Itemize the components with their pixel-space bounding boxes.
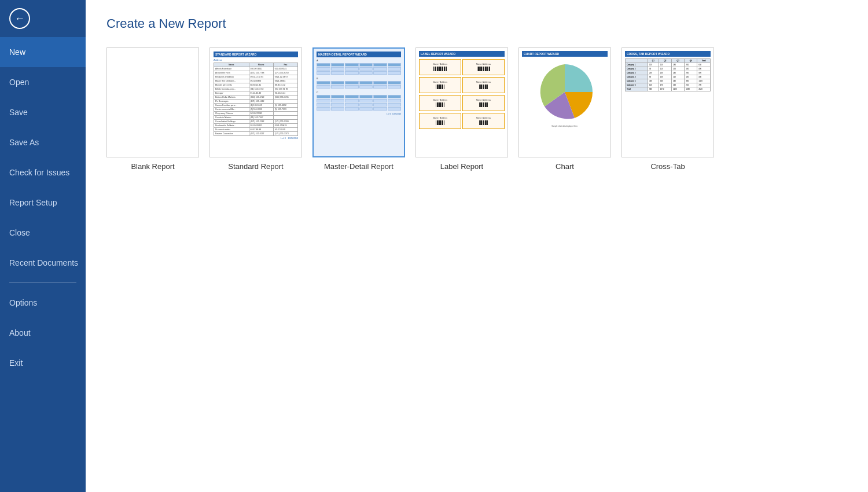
crosstab-title: CROSS, TAB REPORT WIZARD <box>625 51 711 57</box>
template-label-cross-tab: Cross-Tab <box>650 162 685 171</box>
template-master-detail[interactable]: MASTER-DETAIL REPORT WIZARD A B C <box>312 47 405 171</box>
sidebar-item-check-for-issues[interactable]: Check for Issues <box>0 157 86 188</box>
sidebar-divider <box>9 282 76 283</box>
template-thumb-master-detail[interactable]: MASTER-DETAIL REPORT WIZARD A B C <box>312 47 405 157</box>
std-report-title: STANDARD REPORT WIZARD <box>214 52 298 57</box>
template-label[interactable]: LABEL REPORT WIZARD Name / Address Name … <box>415 47 508 171</box>
sidebar-item-exit[interactable]: Exit <box>0 348 86 378</box>
template-label-blank: Blank Report <box>131 162 174 171</box>
templates-grid: Blank Report STANDARD REPORT WIZARD Addr… <box>106 47 847 171</box>
template-thumb-standard[interactable]: STANDARD REPORT WIZARD Address NamePhone… <box>209 47 302 157</box>
sidebar-item-close[interactable]: Close <box>0 218 86 248</box>
template-label-label: Label Report <box>440 162 483 171</box>
template-blank[interactable]: Blank Report <box>106 47 199 171</box>
sidebar-item-save-as[interactable]: Save As <box>0 127 86 157</box>
std-table: NamePhoneFax Alfreds Futterkiste030-0074… <box>214 63 298 136</box>
std-report-subtitle: Address <box>214 58 298 61</box>
template-cross-tab[interactable]: CROSS, TAB REPORT WIZARD Q1Q2Q3Q4Total C… <box>621 47 714 171</box>
std-report-inner: STANDARD REPORT WIZARD Address NamePhone… <box>210 48 301 157</box>
crosstab-table: Q1Q2Q3Q4Total Category 1120150180200650 … <box>625 58 711 91</box>
template-label-standard: Standard Report <box>228 162 283 171</box>
template-chart[interactable]: CHART REPORT WIZARD <box>518 47 611 171</box>
sidebar-item-new[interactable]: New <box>0 37 86 67</box>
back-button[interactable]: ← <box>9 8 30 29</box>
back-button-area: ← <box>0 0 86 37</box>
template-thumb-cross-tab[interactable]: CROSS, TAB REPORT WIZARD Q1Q2Q3Q4Total C… <box>621 47 714 157</box>
chart-report-inner: CHART REPORT WIZARD <box>519 48 610 157</box>
sidebar-item-save[interactable]: Save <box>0 97 86 127</box>
sidebar-item-report-setup[interactable]: Report Setup <box>0 188 86 218</box>
md-title: MASTER-DETAIL REPORT WIZARD <box>317 52 401 57</box>
template-thumb-chart[interactable]: CHART REPORT WIZARD <box>518 47 611 157</box>
pie-chart-svg <box>533 60 597 124</box>
page-title: Create a New Report <box>106 16 847 31</box>
sidebar: ← New Open Save Save As Check for Issues… <box>0 0 86 492</box>
main-content: Create a New Report Blank Report STANDAR… <box>86 0 868 492</box>
template-standard[interactable]: STANDARD REPORT WIZARD Address NamePhone… <box>209 47 302 171</box>
blank-thumb-inner <box>107 48 198 157</box>
std-footer: 1 of 3 10/25/2018 <box>214 137 298 139</box>
template-label-chart: Chart <box>556 162 574 171</box>
chart-title: CHART REPORT WIZARD <box>522 51 608 57</box>
sidebar-item-options[interactable]: Options <box>0 288 86 318</box>
crosstab-inner: CROSS, TAB REPORT WIZARD Q1Q2Q3Q4Total C… <box>622 48 713 157</box>
label-report-inner: LABEL REPORT WIZARD Name / Address Name … <box>416 48 507 157</box>
sidebar-item-about[interactable]: About <box>0 318 86 348</box>
label-title: LABEL REPORT WIZARD <box>419 51 505 57</box>
md-report-inner: MASTER-DETAIL REPORT WIZARD A B C <box>314 49 404 156</box>
template-thumb-label[interactable]: LABEL REPORT WIZARD Name / Address Name … <box>415 47 508 157</box>
sidebar-item-open[interactable]: Open <box>0 67 86 97</box>
template-label-master-detail: Master-Detail Report <box>324 162 393 171</box>
sidebar-item-recent-documents[interactable]: Recent Documents <box>0 248 86 278</box>
template-thumb-blank[interactable] <box>106 47 199 157</box>
